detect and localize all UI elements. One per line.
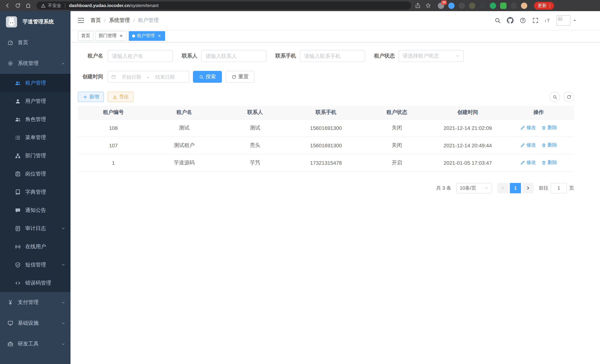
avatar-caret-icon[interactable] — [572, 18, 577, 23]
sidebar-item-online-user[interactable]: 在线用户 — [0, 237, 71, 256]
breadcrumb-separator: / — [133, 18, 135, 23]
tab-close-icon[interactable] — [118, 33, 123, 38]
cell-status: 关闭 — [361, 119, 432, 137]
edit-button[interactable]: 修改 — [520, 124, 536, 131]
sidebar-item-infra[interactable]: 基础设施 — [0, 313, 71, 334]
sidebar-item-dev-tool[interactable]: 研发工具 — [0, 334, 71, 354]
breadcrumb-item[interactable]: 系统管理 — [109, 17, 130, 24]
sidebar-item-menu[interactable]: 菜单管理 — [0, 128, 71, 147]
avatar[interactable] — [557, 15, 570, 26]
page-size-select[interactable]: 10条/页 — [456, 183, 492, 193]
browser-menu-icon[interactable] — [547, 3, 553, 8]
extension-dark[interactable] — [479, 2, 486, 9]
export-button-label: 导出 — [119, 93, 129, 100]
share-icon[interactable] — [414, 2, 422, 9]
sidebar-item-label: 在线用户 — [25, 243, 46, 250]
add-button[interactable]: 新增 — [78, 92, 104, 102]
sidebar-item-label: 首页 — [18, 39, 28, 46]
search-button[interactable]: 搜索 — [193, 71, 222, 83]
tab-label: 租户管理 — [137, 33, 155, 39]
sidebar-item-pay[interactable]: 支付管理 — [0, 292, 71, 313]
app-logo[interactable]: 芋道管理系统 — [0, 11, 71, 32]
chevron-down-icon — [61, 342, 65, 346]
sidebar-item-sms[interactable]: 短信管理 — [0, 256, 71, 274]
update-label: 更新 — [538, 2, 547, 9]
breadcrumb-item[interactable]: 首页 — [91, 17, 101, 24]
edit-button-label: 修改 — [526, 159, 536, 166]
browser-back-icon[interactable] — [4, 2, 11, 9]
sidebar-item-tenant[interactable]: 租户管理 — [0, 74, 71, 92]
sidebar-menu: 首页系统管理租户管理用户管理角色管理菜单管理部门管理岗位管理字典管理通知公告审计… — [0, 32, 71, 354]
tab-dept[interactable]: 部门管理 — [95, 31, 127, 41]
tab-home[interactable]: 首页 — [78, 31, 94, 41]
update-button[interactable]: 更新 — [534, 2, 554, 9]
search-icon — [199, 75, 204, 79]
contact-input[interactable] — [201, 50, 266, 62]
next-page-button[interactable] — [523, 183, 534, 193]
header-search-icon[interactable] — [491, 11, 504, 30]
browser-reload-icon[interactable] — [14, 2, 21, 9]
extension-olive[interactable] — [469, 2, 475, 9]
mobile-field: 联系手机 — [275, 50, 365, 62]
reset-button[interactable]: 重置 — [225, 71, 254, 83]
tenant-name-input[interactable] — [108, 50, 173, 62]
yen-icon — [7, 299, 13, 305]
github-icon[interactable] — [504, 11, 516, 30]
sidebar-item-audit-log[interactable]: 审计日志 — [0, 219, 71, 237]
svg-text:T: T — [547, 18, 550, 23]
sidebar-item-system[interactable]: 系统管理 — [0, 53, 71, 74]
fullscreen-icon[interactable] — [529, 11, 542, 30]
cell-id: 1 — [78, 154, 149, 171]
cell-created: 2021-12-14 20:49:44 — [432, 137, 503, 154]
browser-home-icon[interactable] — [25, 2, 32, 9]
cell-name: 测试租户 — [149, 137, 220, 154]
search-button-label: 搜索 — [206, 74, 216, 80]
end-date-input[interactable] — [151, 74, 179, 80]
sidebar-item-post[interactable]: 岗位管理 — [0, 165, 71, 183]
goto-page-input[interactable] — [551, 183, 567, 193]
pagination: 共 3 条 10条/页 1 前往 页 — [78, 183, 574, 204]
edit-button[interactable]: 修改 — [520, 159, 536, 166]
extension-blue-drop[interactable] — [448, 2, 455, 9]
refresh-table-button[interactable] — [564, 92, 574, 102]
address-bar[interactable]: 不安全 dashboard.yudao.iocoder.cn/system/te… — [36, 1, 411, 10]
extension-dark-ring[interactable] — [459, 2, 465, 9]
extension-green-circle[interactable] — [490, 2, 496, 9]
tab-close-icon[interactable] — [157, 33, 162, 38]
extension-green-chat[interactable] — [500, 2, 506, 9]
column-header: 联系手机 — [291, 106, 361, 119]
delete-button[interactable]: 删除 — [541, 159, 557, 166]
extension-puzzle[interactable] — [511, 2, 517, 9]
delete-button[interactable]: 删除 — [541, 124, 557, 131]
cell-actions: 修改删除 — [503, 119, 574, 137]
edit-icon — [520, 160, 525, 165]
font-size-icon[interactable]: tT — [542, 11, 554, 30]
cell-actions: 修改删除 — [503, 137, 574, 154]
extension-pinned-1[interactable]: 10 — [438, 2, 444, 9]
edit-button[interactable]: 修改 — [520, 142, 536, 149]
sidebar-item-error-code[interactable]: 错误码管理 — [0, 274, 71, 292]
toggle-search-button[interactable] — [550, 92, 560, 102]
sidebar-item-home[interactable]: 首页 — [0, 32, 71, 53]
tab-tenant[interactable]: 租户管理 — [129, 31, 165, 41]
sidebar-item-dept[interactable]: 部门管理 — [0, 147, 71, 165]
sidebar-item-role[interactable]: 角色管理 — [0, 110, 71, 128]
sidebar-toggle-icon[interactable] — [71, 11, 91, 30]
bookmark-star-icon[interactable] — [424, 2, 432, 9]
message-icon — [15, 207, 21, 213]
create-time-range-picker[interactable]: - — [108, 71, 189, 83]
mobile-input[interactable] — [300, 50, 365, 62]
export-button[interactable]: 导出 — [108, 92, 134, 102]
sidebar-item-dict[interactable]: 字典管理 — [0, 183, 71, 201]
dashboard-icon — [7, 40, 13, 46]
extension-avatar[interactable] — [521, 2, 527, 9]
start-date-input[interactable] — [118, 74, 145, 80]
delete-button[interactable]: 删除 — [541, 142, 557, 149]
status-select[interactable]: 请选择租户状态 — [399, 50, 464, 62]
chevron-down-icon — [61, 226, 65, 230]
page-number-button[interactable]: 1 — [510, 183, 521, 193]
sidebar-item-user[interactable]: 用户管理 — [0, 92, 71, 110]
prev-page-button[interactable] — [497, 183, 508, 193]
help-icon[interactable] — [516, 11, 529, 30]
sidebar-item-notice[interactable]: 通知公告 — [0, 201, 71, 219]
